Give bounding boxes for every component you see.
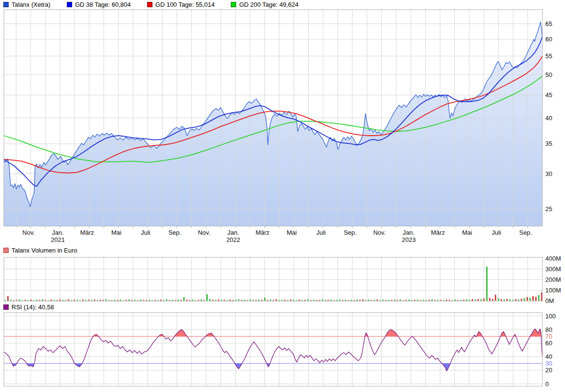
svg-text:0M: 0M xyxy=(545,297,554,304)
volume-bar xyxy=(333,300,335,301)
volume-bar xyxy=(353,300,355,301)
volume-bar xyxy=(515,299,516,301)
volume-bar xyxy=(313,300,314,301)
svg-text:März: März xyxy=(80,229,94,236)
svg-text:2022: 2022 xyxy=(226,236,240,243)
svg-text:30: 30 xyxy=(545,170,552,177)
volume-bar xyxy=(13,300,14,301)
stock-chart[interactable]: 253035404550556065Nov.Jan.2021MärzMaiJul… xyxy=(0,0,565,392)
volume-bar xyxy=(529,298,531,301)
volume-bar xyxy=(443,300,444,301)
legend-item-rsi: RSI (14): 40,58 xyxy=(3,303,54,311)
svg-text:200M: 200M xyxy=(545,276,561,283)
volume-bar xyxy=(102,300,104,301)
volume-bar xyxy=(250,300,251,301)
svg-text:Jan.: Jan. xyxy=(227,229,239,236)
volume-bar xyxy=(440,300,441,301)
volume-bar xyxy=(469,300,470,301)
volume-bar xyxy=(428,300,430,301)
volume-bar xyxy=(374,300,375,301)
svg-text:März: März xyxy=(431,229,445,236)
volume-bar xyxy=(128,299,130,301)
volume-bar xyxy=(327,300,329,301)
legend-label-volume: Talanx Volumen in Euro xyxy=(12,247,77,254)
volume-bar xyxy=(169,300,170,301)
svg-text:Nov.: Nov. xyxy=(23,229,35,236)
volume-bar xyxy=(206,294,208,301)
volume-bar xyxy=(7,296,9,301)
svg-text:50: 50 xyxy=(545,71,552,78)
volume-bar xyxy=(287,300,289,301)
svg-text:40: 40 xyxy=(545,353,552,360)
volume-bar xyxy=(203,300,205,301)
volume-bar xyxy=(30,300,32,301)
price-pane[interactable] xyxy=(4,10,542,228)
volume-bar xyxy=(472,299,473,301)
volume-bar xyxy=(307,299,309,301)
volume-bar xyxy=(310,300,312,301)
svg-text:Juli: Juli xyxy=(316,229,326,236)
volume-bar xyxy=(149,300,150,301)
volume-bar xyxy=(16,300,17,301)
volume-bar xyxy=(336,300,338,301)
svg-text:400M: 400M xyxy=(545,255,561,262)
svg-text:2021: 2021 xyxy=(51,236,65,243)
svg-text:60: 60 xyxy=(545,340,552,347)
volume-bar xyxy=(417,300,418,301)
volume-bar xyxy=(457,300,459,301)
volume-bar xyxy=(94,300,95,301)
legend-label-talanx: Talanx (Xetra) xyxy=(12,1,50,8)
volume-bar xyxy=(131,300,133,301)
volume-swatch-icon xyxy=(3,248,9,253)
volume-bar xyxy=(25,300,26,301)
volume-bar xyxy=(388,300,389,301)
svg-text:Mai: Mai xyxy=(462,229,472,236)
svg-text:80: 80 xyxy=(545,326,552,333)
rsi-pane[interactable] xyxy=(4,313,542,386)
volume-bar xyxy=(518,300,519,301)
volume-bar xyxy=(134,300,136,301)
svg-text:Jan.: Jan. xyxy=(52,229,64,236)
volume-bar xyxy=(126,300,127,301)
legend-item-gd200: GD 200 Tage: 49,624 xyxy=(231,1,298,8)
legend-label-gd100: GD 100 Tage: 55,014 xyxy=(155,1,214,8)
volume-bar xyxy=(273,300,274,301)
volume-bar xyxy=(299,300,300,301)
volume-bar xyxy=(301,300,303,301)
svg-text:70: 70 xyxy=(545,333,552,340)
svg-text:Juli: Juli xyxy=(492,229,502,236)
volume-pane[interactable] xyxy=(4,257,542,301)
legend-item-talanx: Talanx (Xetra) xyxy=(3,1,50,8)
volume-bar xyxy=(198,300,199,301)
volume-bar xyxy=(483,299,485,301)
talanx-swatch-icon xyxy=(3,2,9,7)
volume-bar xyxy=(463,300,465,301)
volume-bar xyxy=(304,300,306,301)
volume-bar xyxy=(330,300,332,301)
volume-bar xyxy=(322,299,323,301)
volume-bar xyxy=(284,300,286,301)
volume-bar xyxy=(42,299,43,301)
svg-text:0: 0 xyxy=(545,380,549,388)
volume-bar xyxy=(521,299,522,301)
svg-text:100M: 100M xyxy=(545,287,561,294)
volume-bar xyxy=(123,300,124,301)
main-legend: Talanx (Xetra) GD 38 Tage: 60,804 GD 100… xyxy=(3,1,312,8)
volume-bar xyxy=(180,300,182,301)
volume-bar xyxy=(235,300,237,301)
volume-bar xyxy=(408,300,410,301)
volume-bar xyxy=(270,300,271,301)
volume-bar xyxy=(501,299,502,301)
volume-bar xyxy=(351,300,352,301)
volume-bar xyxy=(267,300,268,301)
volume-bar xyxy=(195,300,196,301)
volume-bar xyxy=(27,300,29,301)
volume-bar xyxy=(325,300,326,301)
legend-label-gd38: GD 38 Tage: 60,804 xyxy=(75,1,131,8)
volume-bar xyxy=(368,300,369,301)
volume-bar xyxy=(100,300,101,301)
gd100-swatch-icon xyxy=(147,2,152,7)
volume-bar xyxy=(201,299,202,301)
svg-text:25: 25 xyxy=(545,205,552,213)
volume-bar xyxy=(391,300,392,301)
